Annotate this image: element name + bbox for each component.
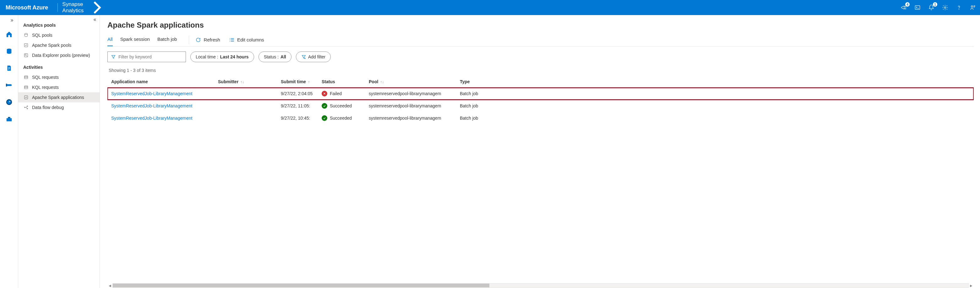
nav-item-label: Apache Spark applications (32, 95, 84, 100)
columns-icon (229, 37, 235, 43)
settings-button[interactable] (942, 4, 948, 11)
pipeline-icon (6, 82, 13, 89)
announcements-button[interactable]: 4 (900, 4, 907, 11)
svg-rect-17 (24, 86, 28, 89)
scroll-left-arrow[interactable]: ◀ (107, 283, 113, 288)
keyword-filter-input[interactable] (118, 54, 183, 59)
database-icon (6, 48, 13, 55)
time-filter-prefix: Local time : (196, 54, 218, 59)
submitter-cell (214, 100, 277, 112)
gauge-icon (6, 99, 13, 105)
applications-table: Application name Submitter↑↓ Submit time… (107, 76, 974, 124)
status-cell: Succeeded (318, 100, 365, 112)
app-name-link[interactable]: SystemReservedJob-LibraryManagement (111, 103, 192, 108)
service-name: Synapse Analytics (62, 1, 84, 14)
rail-expand-button[interactable] (0, 18, 18, 22)
keyword-filter[interactable] (107, 51, 186, 62)
app-name-link[interactable]: SystemReservedJob-LibraryManagement (111, 116, 192, 121)
nav-sql-pools[interactable]: SQL pools (18, 30, 100, 40)
svg-rect-7 (6, 84, 7, 86)
gear-icon (942, 5, 948, 11)
side-nav: Analytics pools SQL pools Apache Spark p… (18, 15, 100, 288)
filter-row: Local time : Last 24 hours Status : All … (107, 51, 974, 62)
rail-home[interactable] (4, 29, 14, 40)
pool-cell: systemreservedpool-librarymanagem (365, 100, 456, 112)
status-filter-prefix: Status : (264, 54, 278, 59)
nav-spark-applications[interactable]: Apache Spark applications (18, 92, 100, 102)
edit-columns-label: Edit columns (237, 37, 264, 42)
status-filter-pill[interactable]: Status : All (259, 51, 291, 62)
refresh-button[interactable]: Refresh (195, 36, 221, 44)
data-explorer-icon (23, 53, 29, 58)
home-icon (6, 31, 13, 38)
tab-batch-job[interactable]: Batch job (158, 33, 177, 46)
col-submit-time[interactable]: Submit time↑ (277, 76, 318, 88)
help-button[interactable] (956, 4, 963, 11)
rail-data[interactable] (4, 46, 14, 57)
submitter-cell (214, 88, 277, 100)
scroll-thumb[interactable] (113, 283, 489, 287)
rail-integrate[interactable] (4, 80, 14, 91)
time-filter-pill[interactable]: Local time : Last 24 hours (190, 51, 254, 62)
refresh-icon (196, 37, 201, 43)
side-nav-collapse-button[interactable] (93, 18, 97, 23)
col-app-name[interactable]: Application name (107, 76, 214, 88)
svg-rect-11 (8, 117, 10, 118)
time-filter-value: Last 24 hours (220, 54, 249, 59)
notifications-button[interactable]: 1 (928, 4, 935, 11)
status-cell: Failed (318, 88, 365, 100)
rail-manage[interactable] (4, 114, 14, 124)
error-icon (321, 91, 327, 96)
status-cell: Succeeded (318, 112, 365, 124)
submit-time-cell: 9/27/22, 11:05: (277, 100, 318, 112)
tab-row: All Spark session Batch job Refresh Edit… (107, 33, 974, 46)
feedback-button[interactable] (969, 4, 976, 11)
cloud-shell-icon (914, 5, 921, 11)
col-pool[interactable]: Pool↑↓ (365, 76, 456, 88)
tab-spark-session[interactable]: Spark session (120, 33, 150, 46)
filter-icon (111, 54, 116, 59)
spark-apps-icon (23, 94, 29, 100)
nav-data-flow-debug[interactable]: Data flow debug (18, 102, 100, 113)
rail-monitor[interactable] (4, 97, 14, 107)
cloud-shell-button[interactable] (914, 4, 921, 11)
azure-header: Microsoft Azure Synapse Analytics 4 1 (0, 0, 980, 15)
col-type[interactable]: Type (456, 76, 974, 88)
svg-point-19 (24, 107, 25, 108)
type-cell: Batch job (456, 88, 974, 100)
nav-spark-pools[interactable]: Apache Spark pools (18, 40, 100, 50)
status-filter-value: All (280, 54, 286, 59)
svg-rect-6 (6, 84, 12, 86)
nav-item-label: Apache Spark pools (32, 43, 71, 48)
applications-table-wrap: Application name Submitter↑↓ Submit time… (107, 76, 974, 282)
kql-requests-icon (23, 84, 29, 90)
scroll-track[interactable] (113, 283, 969, 288)
help-icon (956, 5, 962, 11)
scroll-right-arrow[interactable]: ▶ (969, 283, 974, 288)
submit-time-cell: 9/27/22, 2:04:05 (277, 88, 318, 100)
brand-label[interactable]: Microsoft Azure (6, 5, 53, 11)
rail-develop[interactable] (4, 63, 14, 73)
col-status[interactable]: Status (318, 76, 365, 88)
main-content: Apache Spark applications All Spark sess… (100, 15, 980, 288)
svg-rect-0 (915, 6, 920, 10)
col-submitter[interactable]: Submitter↑↓ (214, 76, 277, 88)
tab-all[interactable]: All (107, 33, 113, 46)
svg-point-4 (971, 6, 973, 7)
svg-rect-16 (24, 76, 28, 78)
horizontal-scrollbar[interactable]: ◀ ▶ (107, 283, 974, 288)
table-row[interactable]: SystemReservedJob-LibraryManagement9/27/… (107, 88, 974, 100)
toolbox-icon (6, 116, 13, 123)
app-name-link[interactable]: SystemReservedJob-LibraryManagement (111, 91, 192, 96)
nav-sql-requests[interactable]: SQL requests (18, 72, 100, 82)
table-row[interactable]: SystemReservedJob-LibraryManagement9/27/… (107, 112, 974, 124)
edit-columns-button[interactable]: Edit columns (228, 36, 265, 44)
add-filter-button[interactable]: Add filter (296, 51, 331, 62)
nav-kql-requests[interactable]: KQL requests (18, 82, 100, 92)
nav-data-explorer-pools[interactable]: Data Explorer pools (preview) (18, 50, 100, 60)
refresh-label: Refresh (204, 37, 220, 42)
sql-pools-icon (23, 32, 29, 38)
feedback-icon (970, 5, 976, 11)
table-row[interactable]: SystemReservedJob-LibraryManagement9/27/… (107, 100, 974, 112)
header-actions: 4 1 (900, 4, 976, 11)
